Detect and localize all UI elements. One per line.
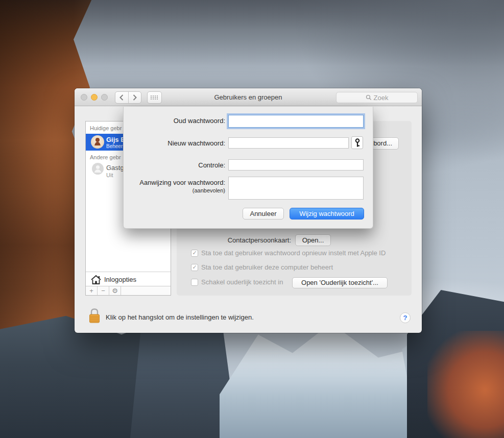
key-icon bbox=[354, 138, 361, 148]
guest-silhouette-icon bbox=[92, 163, 104, 175]
home-icon bbox=[90, 274, 102, 285]
checkbox-checked[interactable]: ✓ bbox=[191, 250, 198, 257]
search-icon bbox=[366, 94, 372, 101]
desktop: Gebruikers en groepen Zoek Huidige gebr … bbox=[0, 0, 504, 438]
checkbox-label: Sta toe dat gebruiker wachtwoord opnieuw… bbox=[201, 249, 386, 257]
verify-password-input[interactable] bbox=[228, 159, 364, 171]
users-groups-window: Gebruikers en groepen Zoek Huidige gebr … bbox=[75, 88, 422, 333]
guest-status: Uit bbox=[106, 172, 113, 178]
verify-password-label: Controle: bbox=[129, 161, 225, 169]
wallpaper-snow-mountain bbox=[220, 323, 434, 438]
lock-hint-text: Klik op het hangslot om de instellingen … bbox=[106, 313, 254, 321]
user-photo-figure bbox=[91, 135, 104, 149]
lock-icon[interactable] bbox=[88, 307, 101, 325]
cancel-button[interactable]: Annuleer bbox=[243, 208, 284, 220]
password-hint-sublabel: (aanbevolen) bbox=[129, 187, 225, 193]
checkbox-label: Schakel ouderlijk toezicht in bbox=[201, 278, 283, 286]
password-hint-input[interactable] bbox=[228, 177, 364, 200]
new-password-input[interactable] bbox=[228, 137, 349, 149]
sidebar-toolbar-filler bbox=[121, 286, 171, 295]
checkbox-unchecked[interactable] bbox=[191, 279, 198, 286]
apple-id-reset-checkbox-row[interactable]: ✓ Sta toe dat gebruiker wachtwoord opnie… bbox=[191, 249, 386, 257]
sidebar-toolbar: + − ⚙ bbox=[86, 286, 171, 295]
current-user-section-label: Huidige gebr bbox=[90, 125, 122, 131]
open-contact-card-button[interactable]: Open... bbox=[295, 234, 331, 246]
user-avatar bbox=[91, 135, 104, 149]
titlebar[interactable]: Gebruikers en groepen Zoek bbox=[75, 88, 422, 106]
add-user-button[interactable]: + bbox=[86, 286, 98, 295]
action-gear-button[interactable]: ⚙ bbox=[109, 286, 121, 295]
contact-card-label: Contactpersoonkaart: bbox=[177, 236, 291, 244]
password-hint-label: Aanwijzing voor wachtwoord: bbox=[129, 179, 225, 186]
help-button[interactable]: ? bbox=[400, 312, 411, 323]
remove-user-button[interactable]: − bbox=[98, 286, 109, 295]
open-parental-controls-button[interactable]: Open 'Ouderlijk toezicht'... bbox=[292, 277, 388, 288]
old-password-input[interactable] bbox=[228, 115, 364, 128]
change-password-sheet: Oud wachtwoord: Nieuw wachtwoord: Contro… bbox=[123, 107, 373, 229]
wallpaper-foliage bbox=[427, 331, 504, 438]
old-password-label: Oud wachtwoord: bbox=[129, 117, 225, 125]
guest-name: Gastg bbox=[106, 164, 124, 172]
checkbox-label: Sta toe dat gebruiker deze computer behe… bbox=[201, 263, 333, 271]
guest-avatar bbox=[92, 163, 104, 175]
search-placeholder: Zoek bbox=[374, 94, 389, 102]
change-password-submit-button[interactable]: Wijzig wachtwoord bbox=[290, 208, 364, 220]
password-assistant-button[interactable] bbox=[351, 136, 363, 149]
login-options-label: Inlogopties bbox=[104, 276, 136, 283]
login-options-row[interactable]: Inlogopties bbox=[86, 272, 171, 287]
parental-controls-checkbox-row[interactable]: Schakel ouderlijk toezicht in bbox=[191, 278, 283, 286]
checkbox-checked[interactable]: ✓ bbox=[191, 264, 198, 271]
new-password-label: Nieuw wachtwoord: bbox=[129, 139, 225, 147]
other-users-section-label: Andere gebr bbox=[90, 154, 121, 160]
admin-checkbox-row[interactable]: ✓ Sta toe dat gebruiker deze computer be… bbox=[191, 263, 333, 271]
current-user-role: Beheer bbox=[106, 143, 123, 149]
search-input[interactable]: Zoek bbox=[336, 92, 418, 103]
